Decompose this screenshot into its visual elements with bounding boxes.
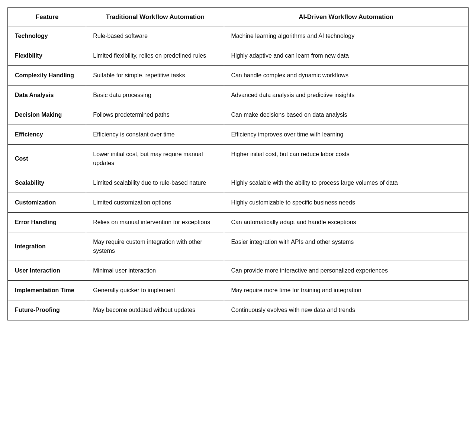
cell-ai: Can provide more interactive and persona…	[224, 261, 468, 281]
cell-feature: User Interaction	[8, 261, 86, 281]
cell-traditional: May become outdated without updates	[86, 300, 224, 320]
cell-feature: Cost	[8, 145, 86, 173]
cell-feature: Flexibility	[8, 46, 86, 66]
cell-ai: Highly adaptive and can learn from new d…	[224, 46, 468, 66]
cell-ai: Can make decisions based on data analysi…	[224, 105, 468, 125]
table-header-row: Feature Traditional Workflow Automation …	[8, 8, 468, 26]
cell-traditional: Limited flexibility, relies on predefine…	[86, 46, 224, 66]
table-row: EfficiencyEfficiency is constant over ti…	[8, 125, 468, 145]
cell-feature: Integration	[8, 232, 86, 261]
cell-traditional: Limited customization options	[86, 193, 224, 213]
header-traditional: Traditional Workflow Automation	[86, 8, 224, 26]
table-row: Implementation TimeGenerally quicker to …	[8, 281, 468, 300]
table-row: IntegrationMay require custom integratio…	[8, 232, 468, 261]
cell-feature: Implementation Time	[8, 281, 86, 300]
cell-ai: May require more time for training and i…	[224, 281, 468, 300]
cell-traditional: Rule-based software	[86, 26, 224, 46]
cell-feature: Customization	[8, 193, 86, 213]
table-row: Future-ProofingMay become outdated witho…	[8, 300, 468, 320]
cell-traditional: Follows predetermined paths	[86, 105, 224, 125]
table-row: Data AnalysisBasic data processingAdvanc…	[8, 86, 468, 105]
cell-traditional: Efficiency is constant over time	[86, 125, 224, 145]
cell-ai: Highly scalable with the ability to proc…	[224, 173, 468, 193]
cell-ai: Highly customizable to specific business…	[224, 193, 468, 213]
comparison-table: Feature Traditional Workflow Automation …	[8, 8, 468, 320]
comparison-table-container: Feature Traditional Workflow Automation …	[7, 7, 469, 320]
cell-ai: Machine learning algorithms and AI techn…	[224, 26, 468, 46]
cell-ai: Higher initial cost, but can reduce labo…	[224, 145, 468, 173]
table-row: User InteractionMinimal user interaction…	[8, 261, 468, 281]
cell-traditional: Minimal user interaction	[86, 261, 224, 281]
cell-ai: Continuously evolves with new data and t…	[224, 300, 468, 320]
table-row: Complexity HandlingSuitable for simple, …	[8, 66, 468, 86]
cell-traditional: Basic data processing	[86, 86, 224, 105]
cell-feature: Error Handling	[8, 213, 86, 232]
cell-ai: Efficiency improves over time with learn…	[224, 125, 468, 145]
cell-ai: Advanced data analysis and predictive in…	[224, 86, 468, 105]
cell-feature: Complexity Handling	[8, 66, 86, 86]
table-row: TechnologyRule-based softwareMachine lea…	[8, 26, 468, 46]
cell-feature: Future-Proofing	[8, 300, 86, 320]
header-ai: AI-Driven Workflow Automation	[224, 8, 468, 26]
header-feature: Feature	[8, 8, 86, 26]
cell-traditional: May require custom integration with othe…	[86, 232, 224, 261]
cell-feature: Decision Making	[8, 105, 86, 125]
cell-feature: Scalability	[8, 173, 86, 193]
table-row: ScalabilityLimited scalability due to ru…	[8, 173, 468, 193]
cell-traditional: Relies on manual intervention for except…	[86, 213, 224, 232]
cell-ai: Can automatically adapt and handle excep…	[224, 213, 468, 232]
cell-feature: Technology	[8, 26, 86, 46]
cell-traditional: Lower initial cost, but may require manu…	[86, 145, 224, 173]
table-row: Decision MakingFollows predetermined pat…	[8, 105, 468, 125]
cell-feature: Data Analysis	[8, 86, 86, 105]
cell-ai: Easier integration with APIs and other s…	[224, 232, 468, 261]
table-row: CostLower initial cost, but may require …	[8, 145, 468, 173]
cell-feature: Efficiency	[8, 125, 86, 145]
cell-traditional: Suitable for simple, repetitive tasks	[86, 66, 224, 86]
table-row: Error HandlingRelies on manual intervent…	[8, 213, 468, 232]
table-row: FlexibilityLimited flexibility, relies o…	[8, 46, 468, 66]
table-row: CustomizationLimited customization optio…	[8, 193, 468, 213]
cell-traditional: Generally quicker to implement	[86, 281, 224, 300]
cell-ai: Can handle complex and dynamic workflows	[224, 66, 468, 86]
cell-traditional: Limited scalability due to rule-based na…	[86, 173, 224, 193]
